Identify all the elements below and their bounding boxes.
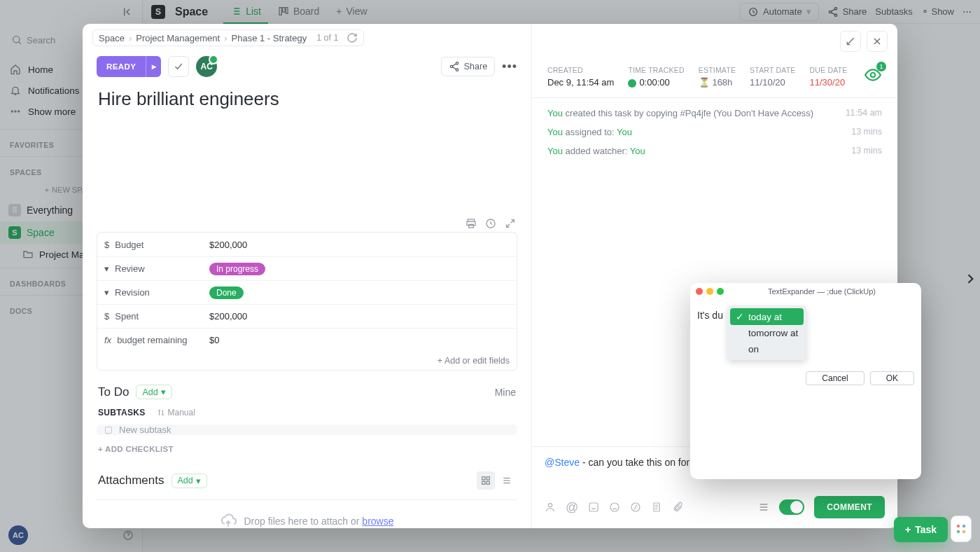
crumb-space[interactable]: Space [99,33,125,43]
traffic-max-icon[interactable] [717,288,724,295]
svg-point-26 [610,503,619,511]
doc-icon[interactable] [651,502,662,513]
meta-start-date[interactable]: START DATE11/10/20 [750,66,795,88]
breadcrumb: Space › Project Management › Phase 1 - S… [83,24,531,46]
svg-rect-21 [482,481,485,484]
svg-rect-25 [589,503,598,511]
expansion-option-today[interactable]: ✓today at [730,308,804,325]
expansion-menu: ✓today at tomorrow at on [727,305,806,360]
attachment-dropzone[interactable]: Drop files here to attach or browse [97,499,517,528]
task-share-button[interactable]: Share [441,57,495,76]
next-task-arrow-icon[interactable] [963,272,977,286]
expansion-option-tomorrow[interactable]: tomorrow at [730,325,804,341]
minimize-icon[interactable] [840,31,861,52]
browse-link[interactable]: browse [362,516,393,527]
attachments-add-button[interactable]: Add▾ [172,474,207,488]
todo-mine-filter[interactable]: Mine [495,387,516,398]
refresh-icon[interactable] [346,32,358,43]
emoji-icon[interactable] [588,502,599,513]
expansion-prefix: It's du [697,305,723,360]
upload-icon [220,513,237,528]
textexpander-cancel-button[interactable]: Cancel [806,371,864,385]
close-icon[interactable] [867,31,888,52]
todo-header: To Do Add▾ Mine [83,373,531,405]
textexpander-popup: TextExpander — ;due (ClickUp) It's du ✓t… [690,283,921,479]
history-icon[interactable] [485,218,496,229]
print-icon[interactable] [465,218,477,229]
comment-button[interactable]: COMMENT [814,496,885,518]
grid-view-icon[interactable] [477,471,495,490]
meta-created: CREATEDDec 9, 11:54 am [547,66,614,88]
field-budget[interactable]: $Budget$200,000 [97,233,517,256]
task-description[interactable] [83,113,531,218]
chevron-icon: › [224,33,227,43]
svg-point-29 [958,525,960,527]
svg-point-31 [958,531,960,533]
new-task-fab[interactable]: +Task [894,517,948,542]
svg-point-24 [548,504,552,507]
task-title[interactable]: Hire brilliant engineers [83,80,531,113]
expansion-option-on[interactable]: on [730,341,804,357]
assignee-avatar[interactable]: AC [196,56,217,77]
activity-item: You added watcher: You13 mins [547,142,882,160]
mention-icon[interactable]: @ [566,500,578,515]
modal-left: Space › Project Management › Phase 1 - S… [83,24,532,528]
attach-icon[interactable] [672,502,683,513]
svg-rect-22 [486,481,489,484]
meta-time-tracked[interactable]: TIME TRACKED0:00:00 [628,66,684,88]
svg-point-23 [871,73,876,78]
traffic-min-icon[interactable] [706,288,713,295]
svg-rect-19 [482,477,485,480]
assign-icon[interactable] [545,502,556,513]
smiley-icon[interactable] [609,502,620,513]
svg-rect-20 [486,477,489,480]
field-review[interactable]: ▾ReviewIn progress [97,256,517,280]
todo-add-button[interactable]: Add▾ [136,385,172,399]
chevron-icon: › [129,33,132,43]
status-row: READY ▸ AC Share ••• [83,46,531,80]
meta-estimate[interactable]: ESTIMATE⏳ 168h [699,66,736,88]
add-fields-button[interactable]: + Add or edit fields [97,352,517,370]
slash-icon[interactable] [630,502,641,513]
meta-due-date[interactable]: DUE DATE11/30/20 [810,66,848,88]
complete-button[interactable] [168,56,189,77]
field-spent[interactable]: $Spent$200,000 [97,304,517,328]
expand-icon[interactable] [505,218,516,229]
pager: 1 of 1 [316,33,338,43]
attachments-header: Attachments Add▾ [83,459,531,494]
new-subtask-input[interactable]: New subtask [97,425,517,435]
collapse-icon[interactable] [758,502,769,513]
subtasks-sort[interactable]: Manual [157,408,195,418]
meta-row: CREATEDDec 9, 11:54 am TIME TRACKED0:00:… [532,52,897,98]
activity-item: You created this task by copying #Pq4jfe… [547,104,882,123]
svg-point-32 [963,531,965,533]
traffic-close-icon[interactable] [696,288,703,295]
apps-grid-icon[interactable] [951,516,972,542]
crumb-project[interactable]: Project Management [136,33,220,43]
comment-toolbar: @ COMMENT [532,492,897,528]
status-next-icon[interactable]: ▸ [146,56,161,77]
field-revision[interactable]: ▾RevisionDone [97,280,517,304]
textexpander-title: TextExpander — ;due (ClickUp) [768,287,876,296]
subtasks-tab[interactable]: SUBTASKS [98,408,146,418]
watchers-button[interactable]: 1 [864,66,882,88]
custom-fields: $Budget$200,000 ▾ReviewIn progress ▾Revi… [97,232,517,371]
activity-item: You assigned to: You13 mins [547,123,882,142]
svg-point-30 [963,525,965,527]
field-remaining[interactable]: fxbudget remaining$0 [97,328,517,352]
status-button[interactable]: READY ▸ [97,56,161,77]
textexpander-ok-button[interactable]: OK [870,371,914,385]
list-view-icon[interactable] [498,471,516,490]
comment-toggle[interactable] [779,499,804,515]
task-more-icon[interactable]: ••• [502,60,517,74]
crumb-phase[interactable]: Phase 1 - Strategy [232,33,307,43]
add-checklist-button[interactable]: + ADD CHECKLIST [83,439,531,459]
